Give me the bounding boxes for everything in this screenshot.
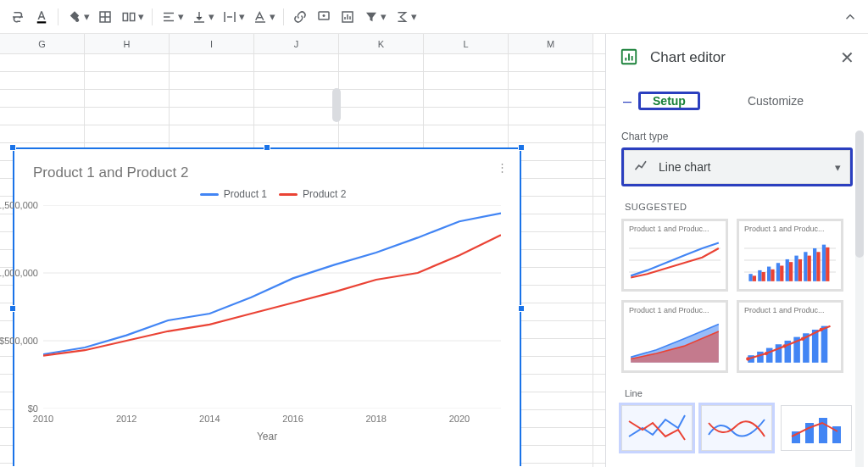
resize-handle[interactable] — [264, 144, 270, 151]
resize-handle[interactable] — [9, 144, 16, 151]
svg-rect-27 — [762, 272, 765, 281]
sidebar-title: Chart editor — [650, 49, 828, 66]
chart-type-label: Chart type — [621, 131, 853, 142]
svg-rect-30 — [789, 262, 793, 281]
svg-rect-24 — [813, 248, 816, 281]
svg-rect-32 — [808, 256, 811, 281]
insert-comment-button[interactable] — [313, 6, 335, 28]
svg-rect-28 — [771, 270, 774, 281]
chart-options-icon[interactable]: ⋮ — [497, 161, 508, 174]
svg-point-48 — [782, 344, 786, 347]
svg-rect-2 — [123, 13, 127, 20]
suggested-thumb-line[interactable]: Product 1 and Produc... — [621, 219, 728, 292]
svg-rect-23 — [804, 252, 807, 281]
svg-rect-21 — [786, 259, 789, 281]
line-chart-variants — [621, 405, 853, 451]
tab-customize[interactable]: Customize — [700, 87, 851, 114]
svg-rect-0 — [37, 21, 47, 23]
chart-editor-sidebar: Chart editor ✕ – Setup Customize Chart t… — [605, 34, 868, 467]
borders-button[interactable] — [94, 6, 116, 28]
merge-cells-button[interactable]: ▾ — [118, 6, 147, 28]
chart-plot-area: $0$500,000$1,000,000$1,500,0002010201220… — [43, 205, 501, 409]
fill-color-button[interactable]: ▾ — [64, 6, 92, 28]
line-variant-combo[interactable] — [781, 405, 852, 451]
column-header[interactable]: G — [0, 34, 85, 53]
suggested-charts: Product 1 and Produc... Product 1 and Pr… — [621, 219, 853, 373]
svg-rect-20 — [776, 263, 780, 281]
svg-rect-25 — [822, 245, 826, 281]
svg-point-47 — [765, 352, 768, 355]
chevron-down-icon: ▾ — [835, 161, 841, 174]
insert-chart-button[interactable] — [337, 6, 359, 28]
collapse-toolbar-button[interactable] — [839, 6, 861, 28]
suggested-label: SUGGESTED — [625, 202, 853, 212]
svg-rect-22 — [794, 256, 798, 281]
x-axis-title: Year — [28, 431, 506, 442]
close-icon[interactable]: ✕ — [840, 47, 854, 68]
toolbar: ▾ ▾ ▾ ▾ ▾ ▾ ▾ ▾ — [0, 0, 868, 34]
line-section-label: Line — [625, 388, 853, 398]
svg-rect-29 — [780, 265, 783, 281]
svg-rect-34 — [826, 247, 829, 281]
sidebar-scrollbar[interactable] — [855, 131, 864, 467]
sidebar-tabs: – Setup Customize — [606, 81, 868, 120]
column-header[interactable]: H — [85, 34, 170, 53]
vertical-align-button[interactable]: ▾ — [188, 6, 217, 28]
svg-point-46 — [746, 357, 749, 360]
suggested-thumb-area[interactable]: Product 1 and Produc... — [621, 300, 728, 373]
resize-handle[interactable] — [9, 305, 16, 312]
suggested-thumb-column[interactable]: Product 1 and Produc... — [737, 219, 843, 292]
column-headers: GHIJKLM — [0, 34, 605, 54]
functions-button[interactable]: ▾ — [391, 6, 420, 28]
tab-setup[interactable]: Setup — [638, 92, 700, 110]
column-header[interactable]: J — [254, 34, 339, 53]
svg-rect-19 — [767, 267, 771, 281]
svg-rect-33 — [816, 252, 820, 281]
svg-rect-45 — [821, 326, 828, 363]
column-header[interactable]: M — [509, 34, 593, 53]
resize-handle[interactable] — [518, 144, 525, 151]
suggested-thumb-combo[interactable]: Product 1 and Produc... — [737, 300, 843, 373]
line-variant-smooth[interactable] — [701, 405, 772, 451]
column-header[interactable]: K — [339, 34, 424, 53]
svg-rect-17 — [748, 274, 752, 281]
text-rotation-button[interactable]: ▾ — [249, 6, 278, 28]
svg-rect-31 — [798, 259, 802, 281]
embedded-chart[interactable]: ⋮ Product 1 and Product 2 Product 1Produ… — [13, 147, 521, 467]
svg-rect-18 — [758, 270, 761, 281]
spreadsheet-area[interactable]: GHIJKLM ⋮ Product 1 and Product 2 Produc… — [0, 34, 605, 467]
filter-button[interactable]: ▾ — [360, 6, 389, 28]
chart-legend: Product 1Product 2 — [28, 188, 506, 200]
column-header[interactable]: I — [170, 34, 254, 53]
line-variant-basic[interactable] — [621, 405, 693, 451]
svg-rect-38 — [757, 352, 764, 363]
vertical-scrollbar[interactable] — [332, 88, 341, 122]
line-chart-icon — [633, 158, 650, 177]
text-color-button[interactable] — [31, 6, 53, 28]
text-wrap-button[interactable]: ▾ — [219, 6, 248, 28]
chart-title: Product 1 and Product 2 — [33, 164, 506, 181]
resize-handle[interactable] — [518, 305, 525, 312]
svg-rect-39 — [766, 348, 773, 363]
strikethrough-button[interactable] — [7, 6, 29, 28]
svg-point-49 — [801, 337, 804, 341]
insert-link-button[interactable] — [289, 6, 311, 28]
svg-rect-53 — [819, 418, 827, 443]
column-header[interactable]: L — [424, 34, 509, 53]
svg-rect-26 — [753, 275, 756, 281]
chart-editor-icon — [620, 47, 638, 69]
svg-point-50 — [820, 328, 823, 331]
horizontal-align-button[interactable]: ▾ — [158, 6, 186, 28]
chart-type-select[interactable]: Line chart ▾ — [621, 147, 853, 186]
svg-rect-3 — [130, 13, 134, 20]
